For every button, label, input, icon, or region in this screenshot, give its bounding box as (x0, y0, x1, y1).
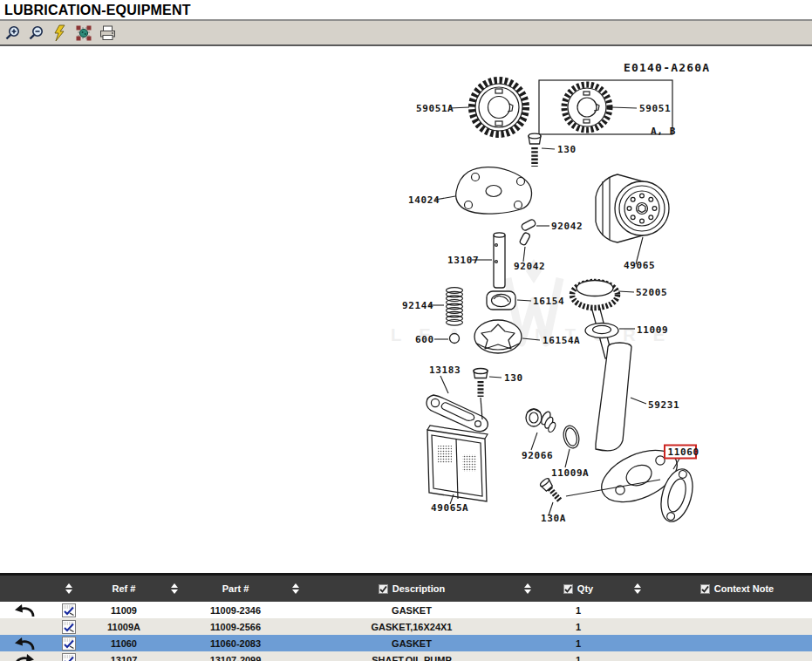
highlighted-part-callout[interactable]: 11060 (665, 446, 699, 459)
rotor-16154 (487, 291, 515, 310)
edit-part-icon[interactable] (62, 620, 76, 634)
note-cell (662, 602, 812, 618)
sort-description[interactable] (512, 576, 543, 602)
part-label-59051a[interactable]: 59051A (416, 103, 454, 114)
ball-600 (450, 334, 460, 344)
part-label-16154[interactable]: 16154 (533, 296, 564, 307)
header-part: Part # (191, 576, 280, 602)
table-row[interactable]: 13107 13107-2099 SHAFT,OIL PUMP 1 (0, 651, 812, 661)
part-label-49065[interactable]: 49065 (624, 260, 655, 271)
undo-arrow-icon[interactable] (13, 636, 36, 651)
zoom-in-icon (4, 24, 22, 42)
part-label-130-top[interactable]: 130 (557, 144, 577, 155)
parts-diagram: LEAVENTURE E0140-A260A (0, 50, 812, 573)
sort-edit-col[interactable] (48, 576, 90, 602)
part-label-13183[interactable]: 13183 (429, 365, 461, 376)
part-label-92042-a[interactable]: 92042 (551, 221, 583, 232)
qty-cell: 1 (543, 635, 613, 651)
qty-cell: 1 (543, 602, 613, 618)
diagram-code: E0140-A260A (624, 61, 710, 74)
qty-checkbox[interactable] (563, 584, 573, 594)
lightning-icon (52, 24, 68, 42)
part-label-11009[interactable]: 11009 (637, 324, 668, 336)
zoom-in-button[interactable] (3, 24, 23, 43)
sort-part[interactable] (280, 576, 311, 602)
part-label-92144[interactable]: 92144 (402, 300, 433, 311)
hotspot-map-button[interactable] (74, 24, 93, 43)
part-cell: 11060-2083 (191, 635, 280, 651)
lightning-button[interactable] (51, 24, 70, 43)
bolt-130-bracket (474, 369, 488, 420)
edit-part-icon[interactable] (62, 603, 76, 617)
pin-92042-a (521, 219, 536, 232)
description-checkbox[interactable] (379, 584, 388, 594)
shaft-13107 (494, 233, 505, 288)
part-label-92042-b[interactable]: 92042 (514, 261, 545, 272)
part-label-13107[interactable]: 13107 (447, 255, 479, 266)
part-label-16154a[interactable]: 16154A (542, 335, 580, 346)
plate-14024 (456, 167, 532, 215)
part-label-59231[interactable]: 59231 (648, 399, 679, 411)
page-header: LUBRICATION-EQUIPMENT (0, 0, 812, 21)
desc-cell: GASKET,16X24X1 (311, 618, 512, 635)
rotor-16154a (474, 320, 522, 353)
sort-qty[interactable] (613, 576, 662, 602)
edit-part-icon[interactable] (62, 653, 76, 661)
sort-ref[interactable] (158, 576, 191, 602)
pin-92042-b (519, 232, 530, 246)
plug-92066 (526, 409, 560, 433)
table-row-selected[interactable]: 11060 11060-2083 GASKET 1 (0, 635, 812, 651)
context-note-checkbox[interactable] (700, 584, 710, 594)
note-cell (662, 618, 812, 635)
header-description: Description (311, 576, 512, 602)
part-label-11009a[interactable]: 11009A (551, 467, 589, 479)
table-row[interactable]: 11009A 11009-2566 GASKET,16X24X1 1 (0, 618, 812, 635)
gear-59051a (472, 80, 526, 134)
oil-filter-49065 (596, 174, 669, 242)
gear-59051 (564, 85, 610, 130)
desc-cell: GASKET (311, 635, 512, 651)
zoom-out-button[interactable] (27, 24, 46, 43)
spring-92144 (447, 288, 463, 325)
bolt-130-top (529, 133, 541, 167)
oring-11009a (562, 424, 582, 449)
parts-table: Ref # Part # Description Qty Context Not… (0, 573, 812, 661)
variant-note: A, B (651, 126, 676, 137)
hotspot-map-icon (75, 24, 92, 42)
bracket-13183 (426, 395, 488, 432)
desc-cell: SHAFT,OIL PUMP (311, 651, 512, 661)
parts-table-header: Ref # Part # Description Qty Context Not… (0, 573, 812, 602)
part-label-49065a[interactable]: 49065A (431, 502, 468, 514)
note-cell (662, 635, 812, 651)
part-label-52005[interactable]: 52005 (636, 287, 667, 298)
header-context-note: Context Note (662, 576, 812, 602)
print-icon (99, 24, 116, 42)
qty-cell: 1 (543, 651, 613, 661)
header-arrow-col (0, 576, 48, 602)
part-cell: 11009-2346 (191, 602, 280, 618)
redo-arrow-icon[interactable] (13, 652, 36, 661)
part-label-14024[interactable]: 14024 (408, 194, 440, 206)
zoom-out-icon (28, 24, 45, 42)
desc-cell: GASKET (311, 602, 512, 618)
page-title: LUBRICATION-EQUIPMENT (4, 3, 812, 18)
toolbar (0, 21, 812, 46)
part-label-130a[interactable]: 130A (541, 513, 566, 524)
ref-cell: 13107 (90, 651, 158, 661)
part-label-11060[interactable]: 11060 (668, 446, 699, 458)
undo-arrow-icon[interactable] (13, 603, 36, 618)
ref-cell: 11060 (90, 635, 158, 651)
bolt-130a (539, 477, 564, 504)
part-label-130-bracket[interactable]: 130 (504, 372, 523, 384)
ref-cell: 11009 (90, 602, 158, 618)
part-label-59051[interactable]: 59051 (639, 103, 671, 114)
qty-cell: 1 (543, 618, 613, 635)
header-ref: Ref # (90, 576, 158, 602)
print-button[interactable] (98, 24, 117, 43)
table-row[interactable]: 11009 11009-2346 GASKET 1 (0, 602, 812, 618)
screen-49065a (427, 426, 488, 501)
part-label-600[interactable]: 600 (415, 334, 434, 345)
edit-part-icon[interactable] (62, 637, 76, 651)
part-cell: 13107-2099 (191, 651, 280, 661)
part-label-92066[interactable]: 92066 (522, 450, 553, 461)
